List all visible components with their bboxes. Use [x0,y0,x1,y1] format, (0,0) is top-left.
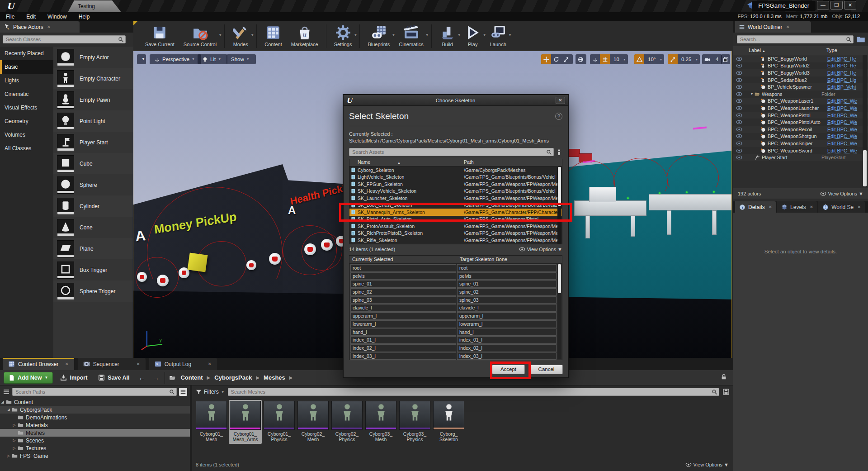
minimize-button[interactable]: — [817,1,829,10]
close-icon[interactable]: ✕ [58,362,68,366]
category-item[interactable]: All Classes [0,142,53,155]
actor-type-link[interactable]: Edit BPC_We [827,141,868,146]
placeable-actor-item[interactable]: Player Start [53,132,133,153]
placeable-actor-item[interactable]: Empty Actor [53,47,133,68]
content-tree-item[interactable]: ▷ Scenes [0,437,190,444]
actor-type-link[interactable]: Edit BP_Vehi [827,84,868,90]
actor-type-link[interactable]: Edit BPC_He [827,70,868,76]
visibility-eye-icon[interactable] [736,141,742,146]
type-column-header[interactable]: Type [826,48,837,53]
close-icon[interactable]: ✕ [201,362,211,366]
visibility-eye-icon[interactable] [736,120,742,124]
menu-item[interactable]: File [0,12,20,21]
outliner-row[interactable]: ▼ BP_VehicleSpawner Edit BP_Vehi [733,83,868,90]
visibility-eye-icon[interactable] [736,71,742,75]
actor-type-link[interactable]: Edit BPC_We [827,98,868,104]
menu-item[interactable]: Edit [20,12,42,21]
translate-mode-button[interactable] [541,54,551,64]
grid-snap-toggle[interactable] [600,54,610,64]
breadcrumb-item[interactable]: Meshes [264,374,285,381]
close-icon[interactable]: ✕ [857,205,861,209]
close-button[interactable]: ✕ [844,1,856,10]
help-icon[interactable]: ? [555,113,562,120]
forward-button[interactable]: → [151,374,161,381]
view-options-button[interactable]: View Options ▼ [685,462,729,467]
new-folder-icon[interactable] [856,35,865,44]
toolbar-button[interactable]: Build ▼ [435,23,460,49]
toolbar-button[interactable]: Modes ▼ [228,23,253,49]
toolbar-button[interactable]: Settings ▼ [330,23,357,49]
visibility-eye-icon[interactable] [736,113,742,118]
restore-button[interactable]: ❐ [830,1,843,10]
content-tree-item[interactable]: ◢ Content [0,398,190,406]
placeable-actor-item[interactable]: Empty Pawn [53,89,133,110]
path-column-header[interactable]: Path [464,159,562,166]
actor-type-link[interactable]: Edit BPC_Lig [827,77,868,83]
asset-tile[interactable]: Cyborg_ Skeleton [432,400,465,444]
visibility-eye-icon[interactable] [736,127,742,132]
bone-list-scrollbar[interactable] [557,264,561,359]
save-search-icon[interactable] [722,388,730,395]
actor-type-link[interactable]: Edit BPC_We [827,133,868,139]
skeleton-asset-row[interactable]: SK_ProtoAssault_Skeleton /Game/FPS_Game/… [349,223,562,230]
close-icon[interactable]: ✕ [786,24,789,29]
visibility-eye-icon[interactable] [736,57,742,61]
toolbar-button[interactable]: Play ▼ [460,23,486,49]
save-all-button[interactable]: Save All [94,374,133,381]
scale-mode-button[interactable] [561,54,571,64]
placeable-actor-item[interactable]: Cube [53,153,133,174]
actor-type-link[interactable]: Edit BPC_We [827,113,868,118]
toolbar-button[interactable]: Source Control ▼ [179,23,221,49]
visibility-eye-icon[interactable] [736,148,742,153]
close-icon[interactable]: ✕ [810,205,813,209]
search-classes-input[interactable] [3,35,126,43]
visibility-eye-icon[interactable] [736,63,742,68]
bottom-panel-tab[interactable]: Content Browser ✕ [3,358,74,370]
developer-content-icon[interactable] [556,149,562,156]
asset-tile[interactable]: Cyborg03_ Mesh [364,400,397,444]
menu-item[interactable]: Window [42,12,73,21]
filters-button[interactable]: Filters▼ [196,389,225,395]
details-panel-tab[interactable]: Levels ✕ [777,201,817,213]
actor-type-link[interactable]: Edit BPC_We [827,105,868,111]
add-new-button[interactable]: Add New▼ [4,372,53,384]
grid-snap-value[interactable]: 10 [610,57,623,62]
content-tree-item[interactable]: ◢ CyborgsPack [0,406,190,414]
visibility-eye-icon[interactable] [736,106,742,110]
toolbar-button[interactable]: Marketplace [287,23,323,49]
details-panel-tab[interactable]: Details ✕ [735,201,776,213]
import-button[interactable]: Import [57,374,91,381]
placeable-actor-item[interactable]: Plane [53,238,133,259]
list-view-button[interactable] [179,388,187,396]
rotation-snap-value[interactable]: 10° [644,57,659,62]
skeleton-asset-row[interactable]: SK_RichProtoPistol3_Skeleton /Game/FPS_G… [349,230,562,237]
content-tree-item[interactable]: ▷ FPS_Game [0,452,190,460]
world-local-toggle[interactable] [576,54,585,64]
placeable-actor-item[interactable]: Sphere Trigger [53,281,133,302]
outliner-row[interactable]: ▼ BPC_WeaponSword Edit BPC_We [733,147,868,154]
collapse-sources-icon[interactable] [3,388,10,395]
outliner-row[interactable]: ▼ BPC_WeaponSniper Edit BPC_We [733,140,868,147]
details-panel-tab[interactable]: World Se ✕ [818,201,865,213]
category-item[interactable]: Cinematic [0,87,53,101]
level-tab[interactable]: Testing [68,0,121,12]
outliner-search-input[interactable] [737,35,854,43]
outliner-row[interactable]: ▼ Player Start PlayerStart [733,154,868,161]
outliner-row[interactable]: ▼ BPC_WeaponLauncher Edit BPC_We [733,105,868,112]
outliner-row[interactable]: ▼ Weapons Folder [733,90,868,98]
toolbar-button[interactable]: Save Current [141,23,179,49]
visibility-eye-icon[interactable] [736,85,742,89]
toolbar-button[interactable]: Cinematics ▼ [394,23,428,49]
outliner-row[interactable]: ▼ BPC_SedanBlue2 Edit BPC_Lig [733,76,868,84]
placeable-actor-item[interactable]: Box Trigger [53,259,133,281]
actor-type-link[interactable]: Edit BPC_He [827,56,868,62]
content-tree-item[interactable]: Meshes [0,429,190,437]
actor-type-link[interactable]: Edit BPC_We [827,127,868,132]
outliner-row[interactable]: ▼ BPC_BuggyWorld2 Edit BPC_He [733,62,868,70]
category-item[interactable]: Basic [0,60,53,74]
actor-type-link[interactable]: Folder [821,91,868,97]
category-item[interactable]: Recently Placed [0,47,53,60]
outliner-row[interactable]: ▼ BPC_WeaponShotgun Edit BPC_We [733,133,868,140]
search-paths-input[interactable] [12,388,177,396]
close-icon[interactable]: ✕ [130,362,140,366]
